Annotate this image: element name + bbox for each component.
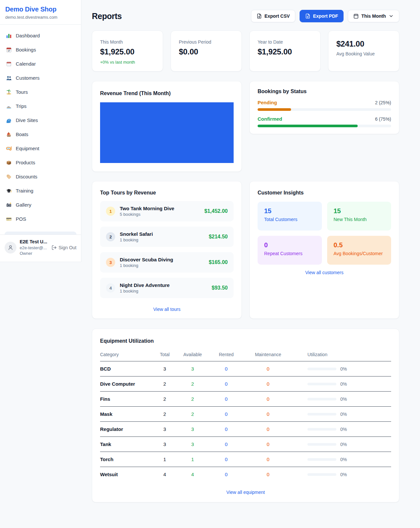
page-header: Reports Export CSV Export PDF This Month	[92, 10, 399, 22]
sidebar-item-boats[interactable]: Boats	[3, 127, 78, 141]
graduation-cap-icon	[6, 188, 12, 194]
status-row-confirmed: Confirmed 6 (75%)	[258, 116, 391, 127]
sidebar-item-dashboard[interactable]: Dashboard	[3, 29, 78, 43]
view-all-customers-link[interactable]: View all customers	[258, 270, 391, 275]
sidebar-item-trips[interactable]: Trips	[3, 99, 78, 113]
view-all-tours-link[interactable]: View all tours	[100, 307, 234, 312]
sidebar-item-bookings[interactable]: 17 Bookings	[3, 43, 78, 57]
progress-fill	[258, 108, 291, 111]
stat-value: $241.00	[336, 39, 391, 49]
tile-label: Avg Bookings/Customer	[334, 251, 385, 256]
status-label: Confirmed	[258, 116, 282, 122]
stats-row: This Month $1,925.00 +0% vs last month P…	[92, 30, 399, 71]
export-pdf-button[interactable]: Export PDF	[300, 10, 344, 22]
sidebar-item-discounts[interactable]: Discounts	[3, 170, 78, 184]
rank-badge: 1	[106, 207, 115, 216]
equipment-table: Category Total Available Rented Maintena…	[100, 349, 391, 482]
sidebar-item-products[interactable]: Products	[3, 155, 78, 170]
tour-name: Two Tank Morning Dive	[120, 206, 174, 211]
package-icon	[6, 160, 12, 166]
table-row: Dive Computer 2 2 0 0 0%	[100, 376, 391, 392]
sidebar-user-footer: E2E Test U... e2e-tester@... Owner Sign …	[0, 234, 81, 262]
tour-list-item: 1 Two Tank Morning Dive 5 bookings $1,45…	[100, 201, 234, 221]
tile-new-this-month: 15 New This Month	[327, 202, 391, 231]
stat-label: This Month	[100, 39, 155, 45]
cell-total: 3	[153, 366, 176, 372]
cell-total: 2	[153, 411, 176, 417]
sidebar: Demo Dive Shop demo.test.divestreams.com…	[0, 0, 81, 262]
sidebar-item-pos[interactable]: POS	[3, 212, 78, 226]
cell-category: Regulator	[100, 426, 153, 432]
column-header-maintenance: Maintenance	[243, 352, 293, 357]
table-row: Mask 2 2 0 0 0%	[100, 407, 391, 422]
progress-track	[258, 125, 391, 127]
sidebar-item-equipment[interactable]: Equipment	[3, 141, 78, 155]
table-header-row: Category Total Available Rented Maintena…	[100, 349, 391, 361]
utilization-percent: 0%	[340, 457, 347, 462]
column-header-total: Total	[153, 352, 176, 357]
sidebar-item-dive-sites[interactable]: Dive Sites	[3, 113, 78, 127]
rank-badge: 4	[106, 283, 115, 293]
sidebar-item-label: Calendar	[16, 61, 36, 67]
bookings-calendar-icon: 17	[6, 47, 12, 53]
tour-amount: $214.50	[209, 234, 228, 240]
stat-label: Year to Date	[258, 39, 312, 45]
cell-available: 2	[176, 381, 209, 387]
tour-list-item: 2 Snorkel Safari 1 booking $214.50	[100, 227, 234, 247]
period-label: This Month	[361, 13, 386, 19]
bookings-by-status-title: Bookings by Status	[258, 89, 391, 94]
avatar	[5, 242, 16, 254]
view-all-equipment-link[interactable]: View all equipment	[100, 490, 391, 495]
user-email: e2e-tester@...	[20, 245, 47, 251]
sidebar-item-tours[interactable]: Tours	[3, 85, 78, 99]
cell-maintenance: 0	[243, 366, 293, 372]
customer-insights-card: Customer Insights 15 Total Customers 15 …	[249, 181, 399, 319]
calendar-icon	[6, 61, 12, 67]
speedboat-icon	[6, 103, 12, 109]
tour-name: Discover Scuba Diving	[120, 257, 173, 262]
tour-bookings: 1 booking	[120, 263, 173, 268]
customers-icon	[6, 75, 12, 81]
revenue-trend-card: Revenue Trend (This Month)	[92, 81, 242, 172]
sidebar-item-calendar[interactable]: Calendar	[3, 57, 78, 71]
credit-card-icon	[6, 216, 12, 222]
export-csv-label: Export CSV	[264, 13, 290, 19]
sidebar-item-gallery[interactable]: Gallery	[3, 198, 78, 212]
brand-domain: demo.test.divestreams.com	[5, 15, 76, 20]
main-content: Reports Export CSV Export PDF This Month	[81, 0, 420, 527]
sidebar-item-customers[interactable]: Customers	[3, 71, 78, 85]
utilization-percent: 0%	[340, 472, 347, 477]
equipment-utilization-card: Equipment Utilization Category Total Ava…	[92, 329, 399, 502]
cell-available: 3	[176, 426, 209, 432]
stat-value: $1,925.00	[100, 47, 155, 56]
sidebar-item-label: POS	[16, 216, 26, 222]
dashboard-icon	[6, 33, 12, 39]
sidebar-nav: Dashboard 17 Bookings Calendar Customers…	[0, 25, 81, 232]
cell-rented: 0	[209, 441, 243, 447]
tour-bookings: 1 booking	[120, 237, 153, 242]
bookings-by-status-card: Bookings by Status Pending 2 (25%) Confi…	[249, 81, 399, 134]
cell-maintenance: 0	[243, 472, 293, 477]
cell-rented: 0	[209, 472, 243, 477]
sign-out-button[interactable]: Sign Out	[52, 245, 76, 250]
utilization-percent: 0%	[340, 442, 347, 447]
sidebar-item-training[interactable]: Training	[3, 184, 78, 198]
page-title: Reports	[92, 11, 122, 21]
stat-value: $0.00	[179, 47, 234, 56]
tour-list-item: 4 Night Dive Adventure 1 booking $93.50	[100, 278, 234, 298]
export-csv-button[interactable]: Export CSV	[251, 10, 295, 22]
table-row: Wetsuit 4 4 0 0 0%	[100, 467, 391, 482]
period-select[interactable]: This Month	[348, 10, 399, 22]
table-row: BCD 3 3 0 0 0%	[100, 361, 391, 376]
cell-category: Torch	[100, 457, 153, 462]
island-icon	[6, 89, 12, 95]
table-row: Fins 2 2 0 0 0%	[100, 392, 391, 407]
cell-rented: 0	[209, 396, 243, 402]
sidebar-item-label: Discounts	[16, 174, 37, 179]
utilization-bar	[307, 473, 336, 476]
customer-insights-title: Customer Insights	[258, 190, 391, 196]
utilization-bar	[307, 413, 336, 416]
cell-total: 4	[153, 472, 176, 477]
stat-label: Previous Period	[179, 39, 234, 45]
utilization-bar	[307, 368, 336, 370]
